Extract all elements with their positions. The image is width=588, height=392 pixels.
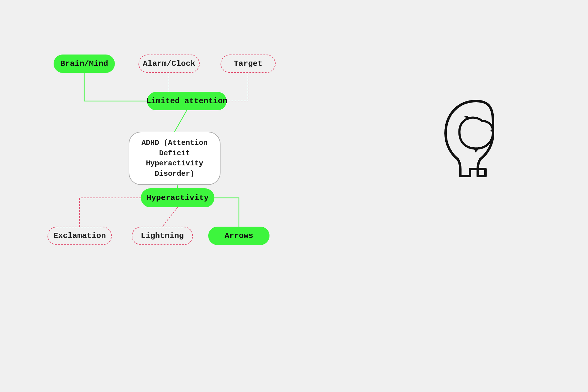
lightning-node: Lightning — [132, 227, 193, 245]
arrows-node: Arrows — [208, 227, 270, 245]
target-node: Target — [221, 55, 276, 73]
brain-mind-node: Brain/Mind — [54, 55, 115, 73]
adhd-node: ADHD (Attention Deficit Hyperactivity Di… — [129, 132, 221, 185]
svg-line-1 — [175, 110, 187, 132]
adhd-label: ADHD (Attention Deficit Hyperactivity Di… — [138, 138, 211, 179]
exclamation-node: Exclamation — [47, 227, 112, 245]
limited-attention-node: Limited attention — [147, 92, 227, 110]
head-arrows-icon — [429, 92, 527, 191]
diagram-container: Brain/Mind Alarm/Clock Target Limited at… — [0, 0, 588, 392]
alarm-clock-node: Alarm/Clock — [138, 55, 200, 73]
svg-line-3 — [162, 207, 178, 227]
hyperactivity-node: Hyperactivity — [141, 188, 214, 207]
